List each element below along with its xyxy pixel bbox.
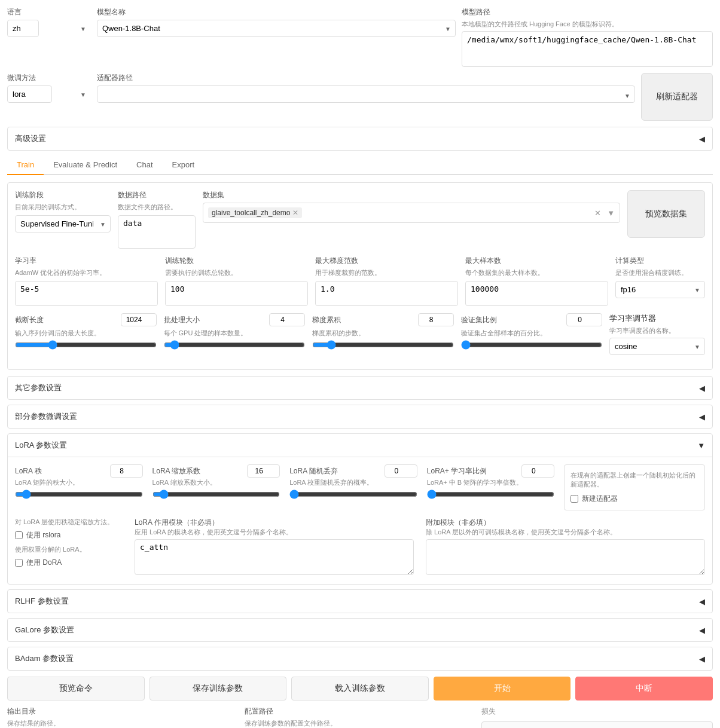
lora-alpha-value[interactable] xyxy=(247,464,280,478)
other-params-section: 其它参数设置 ◀ xyxy=(7,376,713,400)
config-path-cell: 配置路径 保存训练参数的配置文件路径。 Qwen-1.8B-Chat.yaml xyxy=(245,706,476,728)
lora-plus-ratio-slider[interactable] xyxy=(427,490,555,499)
refresh-adapter-button[interactable]: 刷新适配器 xyxy=(641,73,713,121)
data-path-input[interactable]: data xyxy=(118,215,196,249)
dataset-clear-button[interactable]: ✕ xyxy=(594,209,601,218)
dataset-tag-label: glaive_toolcall_zh_demo xyxy=(212,209,290,217)
lora-rank-value[interactable] xyxy=(110,464,143,478)
lora-dropout-label: LoRA 随机丢弃 xyxy=(289,466,338,476)
model-name-label: 模型名称 xyxy=(97,7,456,17)
compute-type-cell: 计算类型 是否使用混合精度训练。 fp16 bf16 fp32 xyxy=(615,256,705,298)
dataset-dropdown-arrow[interactable]: ▼ xyxy=(607,209,615,218)
lora-modules-input[interactable]: c_attn xyxy=(135,539,414,575)
preview-cmd-button[interactable]: 预览命令 xyxy=(7,677,145,701)
compute-type-sublabel: 是否使用混合精度训练。 xyxy=(615,268,705,277)
lr-scheduler-cell: 学习率调节器 学习率调度器的名称。 cosine linear constant xyxy=(609,313,705,355)
other-params-arrow: ◀ xyxy=(699,384,705,393)
rlhf-params-title: RLHF 参数设置 xyxy=(15,596,69,607)
training-area: 训练阶段 目前采用的训练方式。 Supervised Fine-Tuning P… xyxy=(7,182,713,370)
finetune-select[interactable]: lora full freeze xyxy=(7,85,52,103)
data-path-sublabel: 数据文件夹的路径。 xyxy=(118,203,196,212)
language-select[interactable]: zh en xyxy=(7,20,39,37)
badam-params-header[interactable]: BAdam 参数设置 ◀ xyxy=(8,647,712,670)
save-params-button[interactable]: 保存训练参数 xyxy=(150,677,287,701)
advanced-settings-title: 高级设置 xyxy=(15,133,46,144)
cutoff-len-slider[interactable] xyxy=(15,340,157,350)
compute-type-select[interactable]: fp16 bf16 fp32 xyxy=(615,281,705,298)
grad-accum-slider[interactable] xyxy=(312,340,454,350)
lora-dropout-value[interactable] xyxy=(385,464,417,478)
lora-rank-slider[interactable] xyxy=(15,490,143,499)
load-params-button[interactable]: 载入训练参数 xyxy=(291,677,429,701)
epochs-input[interactable]: 100 xyxy=(165,281,308,306)
training-stage-select[interactable]: Supervised Fine-Tuning Pre-Training RLHF xyxy=(15,215,111,233)
advanced-settings-section: 高级设置 ◀ xyxy=(7,127,713,151)
tab-evaluate[interactable]: Evaluate & Predict xyxy=(44,155,127,175)
val-size-slider[interactable] xyxy=(461,340,603,350)
model-name-group: 模型名称 Qwen-1.8B-Chat Qwen-7B-Chat Llama-2… xyxy=(97,7,456,37)
lr-scheduler-sublabel: 学习率调度器的名称。 xyxy=(609,326,705,335)
lora-plus-ratio-value[interactable] xyxy=(521,464,554,478)
lora-params-header[interactable]: LoRA 参数设置 ▼ xyxy=(8,434,712,457)
lora-params-title: LoRA 参数设置 xyxy=(15,440,67,451)
other-params-header[interactable]: 其它参数设置 ◀ xyxy=(8,377,712,399)
dataset-label: 数据集 xyxy=(203,190,620,200)
dora-checkbox[interactable] xyxy=(15,559,23,567)
loss-chart xyxy=(481,721,713,728)
max-samples-sublabel: 每个数据集的最大样本数。 xyxy=(465,268,608,277)
additional-modules-input[interactable] xyxy=(426,539,705,575)
training-stage-cell: 训练阶段 目前采用的训练方式。 Supervised Fine-Tuning P… xyxy=(15,190,111,233)
finetune-method-group: 微调方法 lora full freeze xyxy=(7,73,91,103)
badam-params-title: BAdam 参数设置 xyxy=(15,653,74,664)
tab-chat[interactable]: Chat xyxy=(127,155,162,175)
model-path-label: 模型路径 xyxy=(462,7,713,17)
lora-rank-sublabel: LoRA 矩阵的秩大小。 xyxy=(15,479,79,486)
grad-accum-value[interactable] xyxy=(418,313,454,326)
batch-size-slider[interactable] xyxy=(164,340,306,350)
grad-accum-label: 梯度累积 xyxy=(312,315,341,325)
val-size-value[interactable] xyxy=(566,313,602,326)
advanced-settings-arrow: ◀ xyxy=(699,134,705,143)
lora-rank-cell: LoRA 秩 LoRA 矩阵的秩大小。 xyxy=(15,464,143,501)
training-stage-sublabel: 目前采用的训练方式。 xyxy=(15,203,111,212)
start-button[interactable]: 开始 xyxy=(434,677,571,701)
lr-sublabel: AdamW 优化器的初始学习率。 xyxy=(15,268,158,277)
max-samples-input[interactable]: 100000 xyxy=(465,281,608,306)
stop-button[interactable]: 中断 xyxy=(575,677,713,701)
config-path-label: 配置路径 xyxy=(245,706,476,717)
galore-params-header[interactable]: GaLore 参数设置 ◀ xyxy=(8,619,712,641)
tab-train[interactable]: Train xyxy=(7,155,44,175)
new-adapter-checkbox[interactable] xyxy=(570,495,578,503)
lr-scheduler-select[interactable]: cosine linear constant xyxy=(609,338,705,355)
batch-size-value[interactable] xyxy=(269,313,305,326)
partial-params-header[interactable]: 部分参数微调设置 ◀ xyxy=(8,405,712,428)
adapter-path-select[interactable] xyxy=(97,85,635,103)
val-size-label: 验证集比例 xyxy=(461,315,497,325)
cutoff-len-value[interactable] xyxy=(121,313,157,326)
rlhf-params-header[interactable]: RLHF 参数设置 ◀ xyxy=(8,590,712,613)
lora-dropout-slider[interactable] xyxy=(289,490,417,499)
dataset-tag-0: glaive_toolcall_zh_demo ✕ xyxy=(208,207,302,218)
language-group: 语言 zh en xyxy=(7,7,91,37)
model-name-select[interactable]: Qwen-1.8B-Chat Qwen-7B-Chat Llama-2-7B xyxy=(97,20,456,37)
lora-dropout-cell: LoRA 随机丢弃 LoRA 校重随机丢弃的概率。 xyxy=(289,464,417,501)
lora-alpha-slider[interactable] xyxy=(152,490,280,499)
compute-type-label: 计算类型 xyxy=(615,256,705,266)
preview-dataset-button[interactable]: 预览数据集 xyxy=(627,190,705,238)
tab-export[interactable]: Export xyxy=(163,155,205,175)
rslora-checkbox[interactable] xyxy=(15,531,23,539)
output-section: 输出目录 保存结果的路径。 train_2024-05-29-23-43-02 … xyxy=(7,706,713,728)
output-dir-cell: 输出目录 保存结果的路径。 train_2024-05-29-23-43-02 xyxy=(7,706,239,728)
lora-params-arrow: ▼ xyxy=(697,441,705,450)
new-adapter-checkbox-row: 新建适配器 xyxy=(570,494,698,504)
dataset-tag-remove[interactable]: ✕ xyxy=(292,209,298,217)
advanced-settings-header[interactable]: 高级设置 ◀ xyxy=(8,127,712,150)
lr-scheduler-label: 学习率调节器 xyxy=(609,313,705,324)
language-label: 语言 xyxy=(7,7,91,17)
dataset-input-wrapper[interactable]: glaive_toolcall_zh_demo ✕ ✕ ▼ xyxy=(203,203,620,223)
model-path-input[interactable]: /media/wmx/soft1/huggingface_cache/Qwen-… xyxy=(462,31,713,67)
max-grad-input[interactable]: 1.0 xyxy=(315,281,458,306)
lr-input[interactable]: 5e-5 xyxy=(15,281,158,306)
lora-modules-sublabel: 应用 LoRA 的模块名称，使用英文逗号分隔多个名称。 xyxy=(135,528,414,537)
compute-type-wrapper: fp16 bf16 fp32 xyxy=(615,281,705,298)
